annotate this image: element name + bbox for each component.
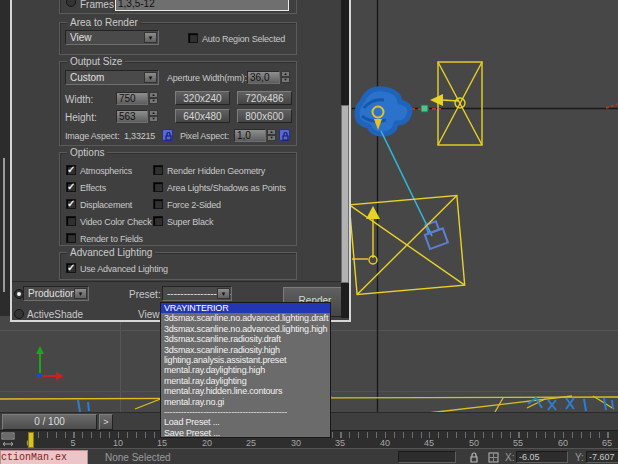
size-preset-640x480[interactable]: 640x480 — [175, 109, 230, 123]
area-light-gizmo-2[interactable] — [349, 195, 464, 294]
list-item[interactable]: lighting.analysis.assistant.preset — [161, 355, 330, 365]
spinner-down-icon[interactable]: ▼ — [149, 116, 158, 122]
image-aspect-lock-icon[interactable] — [162, 129, 173, 141]
preset-dropdown[interactable]: -------------------- ▼ — [162, 286, 232, 301]
tick-label: 10 — [110, 438, 126, 448]
spinner-down-icon[interactable]: ▼ — [149, 98, 158, 104]
camera-object[interactable] — [422, 220, 448, 249]
chevron-down-icon[interactable]: ▼ — [144, 72, 157, 83]
group-title: Output Size — [67, 56, 125, 67]
use-advanced-lighting-checkbox[interactable]: ✓ — [66, 263, 76, 273]
selected-light-object[interactable] — [357, 89, 410, 134]
effects-checkbox[interactable]: ✓ — [66, 182, 76, 192]
status-prompt-field — [398, 451, 456, 463]
width-label: Width: — [65, 94, 93, 105]
checkbox-label: Video Color Check — [80, 217, 151, 227]
chevron-down-icon[interactable]: ▼ — [144, 32, 157, 43]
pixel-aspect-label: Pixel Aspect: — [180, 131, 229, 141]
list-item[interactable]: 3dsmax.scanline.no.advanced.lighting.hig… — [161, 324, 330, 334]
save-preset-item[interactable]: Save Preset ... — [161, 428, 330, 438]
group-title: Advanced Lighting — [67, 247, 155, 258]
list-item[interactable]: 3dsmax.scanline.no.advanced.lighting.dra… — [161, 313, 330, 323]
force-2-sided-checkbox[interactable] — [153, 199, 163, 209]
width-input[interactable] — [116, 92, 148, 105]
size-preset-800x600[interactable]: 800x600 — [237, 109, 292, 123]
size-preset-320x240[interactable]: 320x240 — [175, 91, 230, 105]
pixel-aspect-spinner[interactable]: ▲ ▼ — [267, 129, 276, 142]
auto-region-checkbox[interactable] — [188, 33, 198, 43]
height-label: Height: — [65, 112, 97, 123]
checkbox-label: Super Black — [167, 217, 213, 227]
spinner-down-icon[interactable]: ▼ — [267, 135, 276, 141]
list-item[interactable]: 3dsmax.scanline.radiosity.high — [161, 345, 330, 355]
group-title: Options — [67, 147, 107, 158]
tick-label: 65 — [599, 438, 615, 448]
production-dropdown[interactable]: Production ▼ — [23, 286, 89, 301]
chevron-down-icon[interactable]: ▼ — [217, 288, 230, 299]
checkbox-label: Render Hidden Geometry — [167, 166, 265, 176]
light-target-line — [381, 131, 432, 236]
tick-label: 45 — [421, 438, 437, 448]
chevron-down-icon[interactable]: ▼ — [74, 288, 87, 299]
tick-label: 25 — [243, 438, 259, 448]
absolute-mode-icon[interactable] — [487, 451, 500, 463]
area-light-gizmo[interactable] — [430, 62, 482, 145]
width-spinner[interactable]: ▲ ▼ — [149, 92, 158, 105]
mini-curve-editor-icon[interactable] — [1, 432, 16, 448]
world-axis-tripod — [36, 346, 64, 380]
x-coord-label: X: — [505, 452, 514, 463]
selection-lock-icon[interactable] — [468, 451, 480, 463]
checkbox-label: Atmospherics — [80, 166, 132, 176]
activeshade-radio[interactable] — [14, 309, 24, 319]
aperture-input[interactable] — [247, 71, 280, 84]
load-preset-item[interactable]: Load Preset ... — [161, 417, 330, 427]
frames-input[interactable] — [115, 0, 289, 11]
max-screen: Frames Area to Render View ▼ Auto Region… — [0, 0, 618, 464]
time-slider-handle[interactable]: 0 / 100 — [2, 414, 97, 430]
y-coord-label: Y: — [575, 452, 584, 463]
tick-label: 20 — [199, 438, 215, 448]
window-edge-strip — [0, 0, 10, 316]
aperture-spinner[interactable]: ▲ ▼ — [281, 71, 290, 84]
list-item[interactable]: mental.ray.daylighting — [161, 376, 330, 386]
area-lights-shadows-checkbox[interactable] — [153, 182, 163, 192]
area-to-render-dropdown[interactable]: View ▼ — [65, 30, 159, 45]
pixel-aspect-input[interactable] — [234, 129, 266, 142]
height-input[interactable] — [116, 110, 148, 123]
tick-label: 50 — [466, 438, 482, 448]
y-coord-field[interactable] — [586, 451, 618, 463]
spinner-down-icon[interactable]: ▼ — [281, 77, 290, 83]
render-to-fields-checkbox[interactable] — [66, 233, 76, 243]
output-size-group: Output Size Custom ▼ Aperture Width(mm):… — [59, 61, 297, 146]
scrollbar-thumb[interactable] — [341, 105, 349, 283]
list-item[interactable]: mental.ray.hidden.line.contours — [161, 386, 330, 396]
x-coord-field[interactable] — [516, 451, 568, 463]
render-hidden-geometry-checkbox[interactable] — [153, 165, 163, 175]
pixel-aspect-lock-icon[interactable] — [279, 129, 290, 141]
list-item[interactable]: 3dsmax.scanline.radiosity.draft — [161, 334, 330, 344]
tick-label: 40 — [377, 438, 393, 448]
current-frame-marker[interactable] — [28, 432, 34, 448]
auto-region-label: Auto Region Selected — [202, 34, 285, 44]
taskbar-window-item[interactable]: ctionMan.ex — [0, 450, 88, 464]
atmospherics-checkbox[interactable]: ✓ — [66, 165, 76, 175]
checkbox-label: Render to Fields — [80, 234, 143, 244]
next-frame-button[interactable]: > — [99, 414, 113, 430]
view-label: View: — [138, 309, 162, 320]
tick-label: 5 — [65, 438, 81, 448]
dialog-scrollbar[interactable] — [341, 0, 349, 318]
displacement-checkbox[interactable]: ✓ — [66, 199, 76, 209]
aperture-label: Aperture Width(mm): — [167, 73, 247, 83]
checkbox-label: Force 2-Sided — [167, 200, 221, 210]
preset-label: Preset: — [129, 289, 161, 300]
list-item[interactable]: VRAYINTERIOR — [161, 303, 330, 313]
height-spinner[interactable]: ▲ ▼ — [149, 110, 158, 123]
list-item[interactable]: mental.ray.no.gi — [161, 397, 330, 407]
size-preset-720x486[interactable]: 720x486 — [237, 91, 292, 105]
video-color-check-checkbox[interactable] — [66, 216, 76, 226]
activeshade-label: ActiveShade — [27, 309, 83, 320]
output-size-dropdown[interactable]: Custom ▼ — [65, 70, 159, 85]
list-item[interactable]: mental.ray.daylighting.high — [161, 365, 330, 375]
super-black-checkbox[interactable] — [153, 216, 163, 226]
image-aspect-label: Image Aspect: — [65, 131, 119, 141]
